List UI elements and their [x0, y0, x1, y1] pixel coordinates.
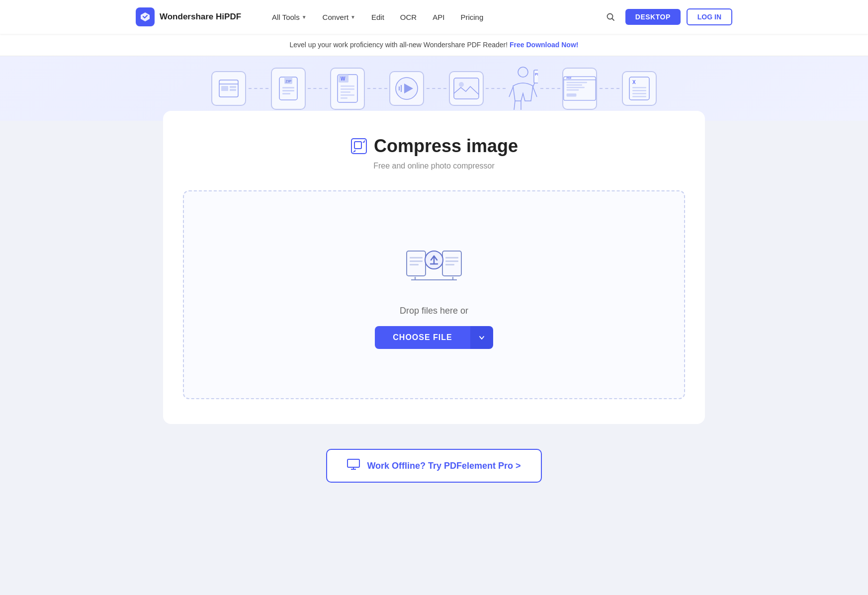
- svg-rect-5: [230, 86, 236, 88]
- svg-text:W: W: [341, 76, 346, 82]
- navbar: Wondershare HiPDF All Tools ▼ Convert ▼ …: [0, 0, 868, 34]
- illus-person: PDF: [508, 66, 538, 111]
- svg-line-1: [612, 19, 614, 21]
- offline-banner[interactable]: Work Offline? Try PDFelement Pro >: [326, 449, 541, 483]
- svg-rect-38: [567, 82, 587, 83]
- search-button[interactable]: [602, 8, 619, 26]
- choose-file-button[interactable]: CHOOSE FILE: [375, 326, 470, 349]
- nav-actions: DESKTOP LOG IN: [602, 8, 732, 26]
- svg-rect-58: [445, 264, 454, 265]
- monitor-icon: [347, 459, 360, 473]
- svg-rect-11: [282, 90, 294, 91]
- illus-item-arrow: [389, 71, 424, 106]
- svg-rect-47: [632, 93, 646, 94]
- nav-item-pricing[interactable]: Pricing: [453, 9, 490, 25]
- illus-item-image: [449, 71, 484, 106]
- svg-rect-19: [341, 94, 354, 96]
- brand-name: Wondershare HiPDF: [160, 12, 241, 22]
- svg-rect-40: [567, 87, 585, 88]
- svg-text:ZIP: ZIP: [285, 79, 292, 84]
- svg-point-26: [459, 82, 464, 87]
- svg-rect-41: [567, 89, 579, 90]
- svg-rect-53: [410, 260, 423, 262]
- svg-rect-39: [567, 85, 582, 85]
- brand-logo-icon: [136, 7, 155, 26]
- desktop-button[interactable]: DESKTOP: [625, 9, 681, 25]
- svg-rect-57: [445, 260, 458, 262]
- svg-rect-51: [407, 251, 426, 276]
- svg-rect-42: [567, 93, 577, 97]
- chevron-down-icon: [478, 334, 485, 341]
- illus-item-window: [211, 71, 246, 106]
- tool-title-row: Compress image: [183, 136, 685, 157]
- illus-item-word-doc: W: [330, 68, 365, 110]
- illus-connector-7: [600, 88, 619, 89]
- svg-rect-54: [410, 264, 419, 265]
- illus-connector-4: [427, 88, 446, 89]
- offline-banner-text: Work Offline? Try PDFelement Pro >: [367, 461, 521, 471]
- illus-connector-3: [367, 88, 387, 89]
- page-title: Compress image: [374, 136, 518, 157]
- svg-rect-12: [282, 93, 290, 94]
- svg-rect-65: [347, 459, 359, 467]
- chevron-down-icon: ▼: [302, 14, 307, 20]
- svg-rect-45: [632, 87, 646, 88]
- login-button[interactable]: LOG IN: [687, 8, 732, 25]
- illus-connector-6: [540, 88, 560, 89]
- nav-links: All Tools ▼ Convert ▼ Edit OCR API Prici…: [265, 9, 586, 25]
- illus-connector-2: [308, 88, 328, 89]
- banner-text: Level up your work proficiency with all-…: [290, 41, 508, 49]
- nav-item-ocr[interactable]: OCR: [393, 9, 424, 25]
- svg-text:X: X: [632, 80, 636, 85]
- svg-line-30: [514, 101, 515, 110]
- svg-rect-33: [534, 70, 538, 83]
- svg-rect-4: [221, 86, 228, 91]
- illus-item-pdf-screen: PDF: [562, 68, 597, 110]
- svg-rect-52: [410, 257, 423, 258]
- upload-illustration: [404, 241, 464, 291]
- svg-rect-17: [341, 88, 354, 90]
- main-content: Compress image Free and online photo com…: [0, 121, 868, 512]
- choose-file-dropdown-button[interactable]: [470, 326, 493, 349]
- tool-subtitle: Free and online photo compressor: [183, 162, 685, 170]
- nav-item-edit[interactable]: Edit: [364, 9, 391, 25]
- svg-rect-20: [341, 97, 347, 99]
- compress-image-icon: [350, 137, 368, 155]
- nav-item-convert[interactable]: Convert ▼: [316, 9, 362, 25]
- svg-rect-10: [282, 87, 294, 88]
- banner-link[interactable]: Free Download Now!: [510, 41, 578, 49]
- svg-point-27: [518, 67, 528, 77]
- brand-logo-link[interactable]: Wondershare HiPDF: [136, 7, 241, 26]
- svg-rect-16: [341, 85, 354, 87]
- svg-rect-25: [454, 78, 479, 99]
- nav-item-api[interactable]: API: [426, 9, 451, 25]
- chevron-down-icon: ▼: [350, 14, 355, 20]
- nav-item-all-tools[interactable]: All Tools ▼: [265, 9, 314, 25]
- svg-rect-55: [442, 251, 461, 276]
- hero-illustration: ZIP W: [210, 59, 658, 118]
- svg-rect-18: [341, 91, 350, 93]
- illus-connector-5: [486, 88, 506, 89]
- illus-connector-1: [249, 88, 268, 89]
- promo-banner: Level up your work proficiency with all-…: [0, 34, 868, 56]
- svg-point-0: [607, 14, 612, 19]
- illus-item-zip: ZIP: [271, 68, 306, 110]
- svg-rect-6: [230, 89, 236, 91]
- svg-rect-56: [445, 257, 458, 258]
- svg-text:PDF: PDF: [567, 77, 572, 80]
- tool-card: Compress image Free and online photo com…: [163, 111, 705, 424]
- svg-rect-50: [354, 142, 361, 149]
- svg-rect-46: [632, 90, 646, 91]
- drop-zone[interactable]: Drop files here or CHOOSE FILE: [183, 190, 685, 399]
- svg-line-28: [509, 87, 513, 97]
- drop-text: Drop files here or: [400, 306, 468, 316]
- svg-rect-48: [632, 96, 646, 97]
- svg-line-29: [533, 87, 537, 97]
- illus-item-excel: X: [622, 71, 657, 106]
- svg-text:PDF: PDF: [535, 73, 538, 76]
- choose-file-button-group: CHOOSE FILE: [375, 326, 493, 349]
